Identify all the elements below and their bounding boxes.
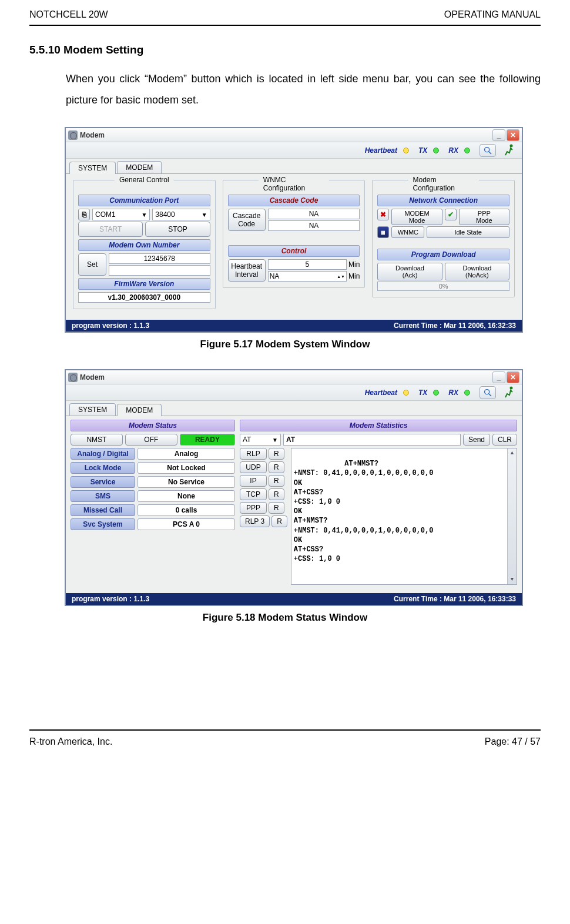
cascade-code-header: Cascade Code xyxy=(228,195,360,206)
own-number-input[interactable] xyxy=(109,265,210,276)
intro-paragraph: When you click “Modem” button which is l… xyxy=(66,68,541,111)
tab-modem[interactable]: MODEM xyxy=(117,161,162,173)
clr-button[interactable]: CLR xyxy=(492,434,517,446)
heartbeat-value: 5 xyxy=(268,259,347,270)
doc-footer: R-tron America, Inc. Page: 47 / 57 xyxy=(29,729,541,747)
status-label-4: Missed Call xyxy=(71,504,135,516)
modem-status-header: Modem Status xyxy=(71,420,235,431)
titlebar: Modem _ ✕ xyxy=(66,128,522,142)
protocol-tcp-r-button[interactable]: R xyxy=(269,488,284,500)
ppp-mode-button[interactable]: PPP Mode xyxy=(459,209,509,225)
baud-select[interactable]: 38400▼ xyxy=(152,209,210,220)
search-button[interactable] xyxy=(480,144,496,157)
tab-system[interactable]: SYSTEM xyxy=(69,403,116,416)
protocol-tcp-button[interactable]: TCP xyxy=(240,488,267,500)
modem-config-group: Modem Configuration Network Connection ✖… xyxy=(372,180,515,297)
client-area: Modem Status NMST OFF READY Analog / Dig… xyxy=(66,416,522,593)
statusbar: program version : 1.1.3 Current Time : M… xyxy=(66,320,522,332)
version-value: 1.1.3 xyxy=(133,595,149,603)
firmware-version: v1.30_20060307_0000 xyxy=(78,292,210,303)
doc-header: NOTCHCELL 20W OPERATING MANUAL xyxy=(29,6,541,26)
protocol-ppp-r-button[interactable]: R xyxy=(269,502,284,514)
scroll-down-icon[interactable]: ▼ xyxy=(508,575,517,584)
at-log-text: AT+NMST? +NMST: 0,41,0,0,0,0,1,0,0,0,0,0… xyxy=(294,460,434,563)
rx-indicator-icon xyxy=(464,390,470,396)
modem-statistics-header: Modem Statistics xyxy=(240,420,517,431)
protocol-ip-button[interactable]: IP xyxy=(240,475,267,487)
at-log[interactable]: AT+NMST? +NMST: 0,41,0,0,0,0,1,0,0,0,0,0… xyxy=(291,448,517,585)
wnmc-icon: ▦ xyxy=(377,226,389,238)
app-icon xyxy=(68,373,78,382)
protocol-udp-r-button[interactable]: R xyxy=(269,461,284,473)
doc-footer-left: R-tron America, Inc. xyxy=(29,736,112,747)
port-icon[interactable]: ⎘ xyxy=(78,209,90,220)
tab-system[interactable]: SYSTEM xyxy=(69,162,116,174)
statusbar: program version : 1.1.3 Current Time : M… xyxy=(66,593,522,605)
off-button[interactable]: OFF xyxy=(125,434,177,446)
tx-indicator-icon xyxy=(433,148,439,153)
magnifier-icon xyxy=(483,388,492,397)
tabstrip: SYSTEM MODEM xyxy=(66,401,522,416)
scroll-up-icon[interactable]: ▲ xyxy=(508,448,517,458)
cascade-code-button[interactable]: Cascade Code xyxy=(228,209,266,231)
own-number-header: Modem Own Number xyxy=(78,239,210,251)
start-button[interactable]: START xyxy=(78,222,143,237)
minimize-button[interactable]: _ xyxy=(492,129,505,141)
send-button[interactable]: Send xyxy=(463,434,490,446)
nmst-button[interactable]: NMST xyxy=(71,434,123,446)
tab-modem[interactable]: MODEM xyxy=(117,404,162,416)
at-command-input[interactable]: AT xyxy=(283,434,461,446)
close-button[interactable]: ✕ xyxy=(507,371,519,383)
version-value: 1.1.3 xyxy=(133,322,149,330)
log-scrollbar[interactable]: ▲ ▼ xyxy=(507,448,517,584)
status-label-5: Svc System xyxy=(71,518,135,530)
search-button[interactable] xyxy=(480,386,496,399)
set-button[interactable]: Set xyxy=(78,253,106,276)
heartbeat-interval-button[interactable]: Heartbeat Interval xyxy=(228,259,266,282)
running-icon xyxy=(501,385,517,400)
protocol-rlp3-button[interactable]: RLP 3 xyxy=(240,515,270,527)
current-time: Current Time : Mar 11 2006, 16:32:33 xyxy=(394,322,516,330)
cascade-code-na2[interactable]: NA xyxy=(268,220,360,231)
svg-point-0 xyxy=(485,147,489,152)
figure-caption-2: Figure 5.18 Modem Status Window xyxy=(29,612,541,624)
window-title: Modem xyxy=(80,373,105,381)
status-label-2: Service xyxy=(71,476,135,488)
status-label-3: SMS xyxy=(71,490,135,502)
rx-label: RX xyxy=(448,389,458,397)
download-noack-button[interactable]: Download (NoAck) xyxy=(445,263,509,280)
doc-header-right: OPERATING MANUAL xyxy=(444,9,541,20)
status-value-5: PCS A 0 xyxy=(138,518,235,530)
general-control-group: General Control Communication Port ⎘ COM… xyxy=(73,180,216,309)
toolbar: Heartbeat TX RX xyxy=(66,384,522,401)
protocol-udp-button[interactable]: UDP xyxy=(240,461,267,473)
tx-indicator-icon xyxy=(433,390,439,396)
com-port-select[interactable]: COM1▼ xyxy=(92,209,150,220)
download-ack-button[interactable]: Download (Ack) xyxy=(377,263,442,280)
minimize-button[interactable]: _ xyxy=(492,371,505,383)
network-connection-header: Network Connection xyxy=(377,195,509,206)
program-download-header: Program Download xyxy=(377,249,509,260)
protocol-ip-r-button[interactable]: R xyxy=(269,475,284,487)
general-control-title: General Control xyxy=(115,176,174,184)
protocol-ppp-button[interactable]: PPP xyxy=(240,502,267,514)
protocol-rlp-r-button[interactable]: R xyxy=(269,448,284,460)
wnmc-button[interactable]: WNMC xyxy=(391,226,424,238)
svg-point-3 xyxy=(485,389,489,394)
protocol-rlp-button[interactable]: RLP xyxy=(240,448,267,460)
heartbeat-na-spin[interactable]: NA ▲▼ xyxy=(268,271,347,282)
svg-point-5 xyxy=(510,386,513,389)
idle-state-display: Idle State xyxy=(427,226,509,238)
modem-status-window: Modem _ ✕ Heartbeat TX RX SYSTEM MODEM M… xyxy=(65,369,523,606)
ppp-mode-status-icon: ✔ xyxy=(445,209,457,220)
close-button[interactable]: ✕ xyxy=(507,129,519,141)
modem-mode-button[interactable]: MODEM Mode xyxy=(391,209,442,225)
stop-button[interactable]: STOP xyxy=(145,222,210,237)
min-label-2: Min xyxy=(348,272,360,280)
at-command-select[interactable]: AT▼ xyxy=(240,434,281,446)
rx-indicator-icon xyxy=(464,148,470,153)
protocol-buttons: RLPRUDPRIPRTCPRPPPRRLP 3R xyxy=(240,448,287,585)
protocol-rlp3-r-button[interactable]: R xyxy=(271,515,287,527)
ready-indicator: READY xyxy=(180,434,235,446)
version-label: program version : xyxy=(72,595,132,603)
